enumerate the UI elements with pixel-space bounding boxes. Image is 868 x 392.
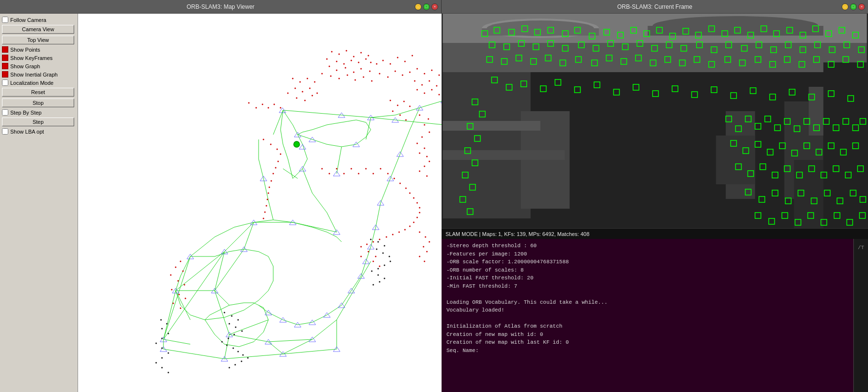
camera-view-button[interactable]: Camera View bbox=[2, 25, 74, 34]
show-points-label: Show Points bbox=[10, 47, 40, 53]
svg-point-144 bbox=[439, 75, 440, 76]
svg-point-286 bbox=[166, 323, 168, 325]
svg-point-130 bbox=[330, 76, 332, 77]
svg-point-169 bbox=[422, 137, 423, 138]
svg-point-138 bbox=[395, 71, 396, 72]
show-points-row[interactable]: Show Points bbox=[2, 46, 76, 53]
svg-point-150 bbox=[424, 93, 425, 94]
svg-point-126 bbox=[397, 57, 399, 59]
svg-point-162 bbox=[296, 98, 298, 99]
svg-point-123 bbox=[376, 63, 378, 65]
svg-point-283 bbox=[235, 364, 236, 366]
svg-point-208 bbox=[277, 149, 278, 150]
svg-point-184 bbox=[365, 168, 367, 170]
svg-point-156 bbox=[314, 81, 316, 83]
localization-mode-checkbox[interactable] bbox=[2, 79, 8, 86]
svg-point-259 bbox=[389, 256, 390, 257]
map-viewer-close[interactable]: × bbox=[431, 3, 438, 10]
follow-camera-checkbox-row[interactable]: Follow Camera bbox=[2, 17, 76, 23]
svg-point-176 bbox=[419, 171, 421, 172]
svg-point-174 bbox=[429, 161, 430, 162]
svg-point-161 bbox=[287, 93, 289, 94]
svg-point-207 bbox=[270, 144, 272, 145]
svg-point-202 bbox=[386, 236, 387, 238]
svg-point-249 bbox=[429, 241, 430, 243]
svg-point-124 bbox=[383, 60, 384, 61]
slam-info-bar: SLAM MODE | Maps: 1, KFs: 139, MPs: 6492… bbox=[442, 228, 868, 239]
svg-point-289 bbox=[161, 338, 163, 339]
follow-camera-checkbox[interactable] bbox=[2, 17, 8, 23]
svg-point-137 bbox=[387, 77, 389, 78]
svg-point-281 bbox=[247, 357, 249, 359]
current-frame-buttons[interactable]: – □ × bbox=[842, 3, 865, 10]
svg-point-294 bbox=[156, 362, 157, 364]
right-panels: SLAM MODE | Maps: 1, KFs: 139, MPs: 6492… bbox=[442, 14, 868, 392]
svg-point-274 bbox=[234, 334, 235, 335]
svg-point-239 bbox=[400, 115, 401, 116]
current-frame-maximize[interactable]: □ bbox=[850, 3, 857, 10]
svg-point-266 bbox=[379, 281, 381, 283]
localization-mode-row[interactable]: Localization Mode bbox=[2, 79, 76, 86]
camera-visualization bbox=[442, 14, 868, 228]
svg-point-132 bbox=[347, 75, 348, 76]
stop-button[interactable]: Stop bbox=[2, 98, 74, 107]
svg-point-167 bbox=[424, 124, 425, 126]
svg-point-194 bbox=[419, 207, 421, 209]
svg-point-258 bbox=[383, 253, 384, 254]
svg-point-160 bbox=[317, 93, 318, 94]
step-button[interactable]: Step bbox=[2, 118, 74, 126]
show-graph-row[interactable]: Show Graph bbox=[2, 63, 76, 69]
show-lba-opt-label: Show LBA opt bbox=[10, 129, 44, 135]
current-frame-minimize[interactable]: – bbox=[842, 3, 848, 10]
terminal-line-3: -ORB scale factor: 1.20000004768371588 bbox=[446, 258, 863, 266]
svg-point-224 bbox=[274, 104, 275, 105]
svg-point-115 bbox=[365, 59, 367, 60]
show-keyframes-row[interactable]: Show KeyFrames bbox=[2, 55, 76, 61]
svg-point-257 bbox=[376, 249, 378, 250]
svg-point-219 bbox=[263, 218, 264, 219]
svg-point-107 bbox=[353, 56, 355, 58]
svg-point-128 bbox=[412, 55, 413, 57]
show-lba-opt-checkbox[interactable] bbox=[2, 128, 8, 135]
svg-point-187 bbox=[387, 173, 389, 175]
top-view-button[interactable]: Top View bbox=[2, 36, 74, 44]
svg-point-119 bbox=[345, 67, 346, 69]
svg-point-292 bbox=[168, 353, 169, 354]
svg-point-254 bbox=[370, 239, 372, 240]
map-viewer-maximize[interactable]: □ bbox=[423, 3, 430, 10]
show-inertial-graph-label: Show Inertial Graph bbox=[10, 72, 58, 78]
reset-button[interactable]: Reset bbox=[2, 88, 74, 97]
svg-point-244 bbox=[373, 261, 374, 262]
svg-rect-324 bbox=[443, 72, 531, 218]
svg-point-242 bbox=[368, 251, 369, 253]
svg-point-276 bbox=[222, 341, 223, 343]
svg-point-240 bbox=[405, 119, 407, 121]
svg-point-235 bbox=[397, 105, 399, 106]
show-inertial-graph-row[interactable]: Show Inertial Graph bbox=[2, 71, 76, 78]
step-by-step-label: Step By Step bbox=[10, 110, 41, 116]
left-panel: Follow Camera Camera View Top View Show … bbox=[0, 14, 78, 392]
show-graph-checkbox-icon bbox=[2, 63, 8, 69]
svg-point-136 bbox=[379, 73, 381, 75]
terminal-line-6: -Min FAST threshold: 7 bbox=[446, 282, 863, 291]
map-viewer-buttons[interactable]: – □ × bbox=[415, 3, 438, 10]
current-frame-close[interactable]: × bbox=[858, 3, 865, 10]
step-by-step-row[interactable]: Step By Step bbox=[2, 109, 76, 116]
svg-point-307 bbox=[180, 308, 182, 309]
svg-point-275 bbox=[228, 338, 229, 339]
svg-point-280 bbox=[242, 354, 244, 356]
localization-mode-label: Localization Mode bbox=[10, 80, 54, 86]
svg-point-151 bbox=[431, 89, 433, 91]
svg-point-265 bbox=[384, 278, 385, 279]
step-by-step-checkbox[interactable] bbox=[2, 109, 8, 116]
svg-point-269 bbox=[231, 315, 233, 317]
svg-point-121 bbox=[361, 68, 362, 70]
svg-point-246 bbox=[361, 256, 362, 257]
svg-point-241 bbox=[361, 246, 362, 248]
show-lba-opt-row[interactable]: Show LBA opt bbox=[2, 128, 76, 135]
map-viewer-title: ORB-SLAM3: Map Viewer bbox=[186, 3, 254, 10]
map-canvas[interactable] bbox=[78, 14, 442, 392]
show-keyframes-checkbox-icon bbox=[2, 55, 8, 61]
map-viewer-minimize[interactable]: – bbox=[415, 3, 422, 10]
svg-point-181 bbox=[343, 173, 345, 175]
